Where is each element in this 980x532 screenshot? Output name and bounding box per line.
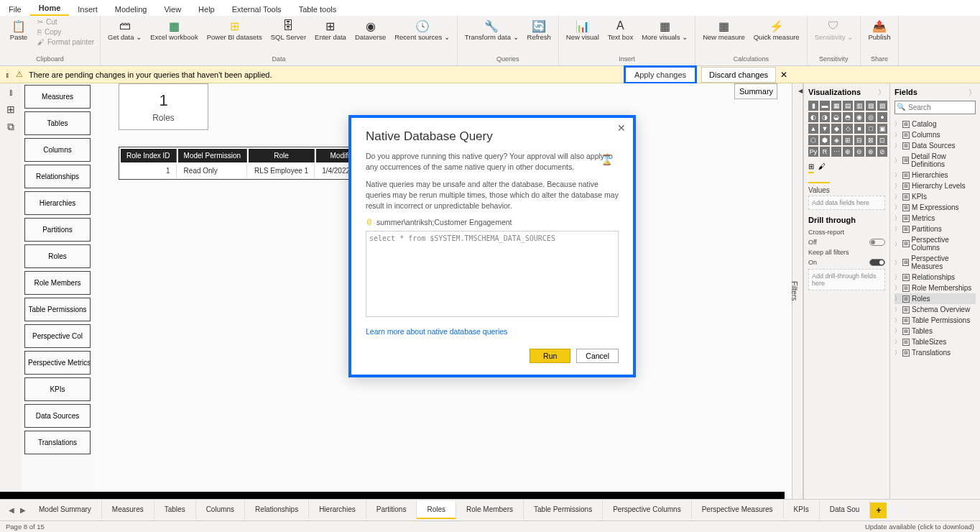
- cross-report-toggle[interactable]: [869, 239, 885, 246]
- data-view-icon[interactable]: ⊞: [6, 104, 15, 115]
- column-header[interactable]: Model Permission: [178, 149, 247, 162]
- discard-changes-button[interactable]: Discard changes: [701, 67, 776, 83]
- new-measure-button[interactable]: ▦New measure: [700, 17, 748, 42]
- visualization-type-icon[interactable]: ●: [877, 112, 887, 122]
- visualization-type-icon[interactable]: ▮: [808, 101, 818, 111]
- visualization-type-icon[interactable]: ▨: [877, 101, 887, 111]
- visualization-type-icon[interactable]: ◎: [866, 112, 876, 122]
- nav-button-measures[interactable]: Measures: [24, 85, 91, 109]
- refresh-button[interactable]: 🔄Refresh: [524, 17, 554, 42]
- column-header[interactable]: Role: [249, 149, 315, 162]
- collapse-fields-icon[interactable]: 〉: [969, 88, 976, 98]
- field-table-data-sources[interactable]: 〉⊞Data Sources: [895, 140, 976, 151]
- nav-button-perspective-col[interactable]: Perspective Col: [24, 324, 91, 348]
- nav-button-columns[interactable]: Columns: [24, 138, 91, 162]
- run-button[interactable]: Run: [530, 349, 570, 363]
- page-tab-hierarchies[interactable]: Hierarchies: [309, 501, 366, 519]
- field-table-kpis[interactable]: 〉⊞KPIs: [895, 191, 976, 202]
- learn-more-link[interactable]: Learn more about native database queries: [366, 327, 507, 336]
- ribbon-tab-external-tools[interactable]: External Tools: [223, 3, 290, 16]
- visualization-type-icon[interactable]: ⊡: [877, 135, 887, 145]
- visualization-type-icon[interactable]: ⬡: [808, 135, 818, 145]
- field-table-tables[interactable]: 〉⊞Tables: [895, 326, 976, 336]
- visualization-type-icon[interactable]: ■: [854, 124, 864, 134]
- nav-button-partitions[interactable]: Partitions: [24, 218, 91, 242]
- prev-page-icon[interactable]: ◀: [6, 506, 17, 514]
- page-tab-table-permissions[interactable]: Table Permissions: [524, 501, 603, 519]
- excel-button[interactable]: ▦Excel workbook: [147, 17, 201, 42]
- sensitivity-button[interactable]: 🛡Sensitivity ⌄: [812, 17, 856, 42]
- roles-table[interactable]: Role Index IDModel PermissionRoleModifie…: [119, 147, 379, 180]
- new-visual-button[interactable]: 📊New visual: [563, 17, 602, 42]
- visualization-type-icon[interactable]: ⊖: [854, 147, 864, 157]
- page-tab-tables[interactable]: Tables: [154, 501, 196, 519]
- visualization-type-icon[interactable]: ⊟: [854, 135, 864, 145]
- dialog-close-icon[interactable]: ✕: [617, 122, 626, 134]
- visualization-type-icon[interactable]: ▥: [854, 101, 864, 111]
- visualization-type-icon[interactable]: ⊞: [843, 135, 853, 145]
- visualization-type-icon[interactable]: ⋯: [831, 147, 841, 157]
- visualization-type-icon[interactable]: ⊘: [877, 147, 887, 157]
- nav-button-data-sources[interactable]: Data Sources: [24, 404, 91, 428]
- visualization-type-icon[interactable]: ⊗: [866, 147, 876, 157]
- transform-data-button[interactable]: 🔧Transform data ⌄: [462, 17, 522, 42]
- field-table-columns[interactable]: 〉⊞Columns: [895, 129, 976, 140]
- page-tab-measures[interactable]: Measures: [102, 501, 154, 519]
- field-table-perspective-measures[interactable]: 〉⊞Perspective Measures: [895, 253, 976, 272]
- nav-button-tables[interactable]: Tables: [24, 111, 91, 135]
- field-table-m-expressions[interactable]: 〉⊞M Expressions: [895, 202, 976, 213]
- nav-button-relationships[interactable]: Relationships: [24, 165, 91, 188]
- field-table-roles[interactable]: 〉⊞Roles: [895, 293, 976, 304]
- table-row[interactable]: 1Read OnlyRLS Employee 11/4/2022 10:29: [121, 164, 376, 178]
- visualization-type-icon[interactable]: ▧: [866, 101, 876, 111]
- fields-search-input[interactable]: [895, 101, 976, 114]
- page-tab-role-members[interactable]: Role Members: [456, 501, 524, 519]
- page-tab-data-sou[interactable]: Data Sou: [820, 501, 871, 519]
- column-header[interactable]: Role Index ID: [121, 149, 177, 162]
- copy-button[interactable]: ⎘Copy: [36, 27, 96, 37]
- visualization-type-icon[interactable]: ◐: [808, 112, 818, 122]
- fields-tab-icon[interactable]: ⊞: [808, 162, 814, 173]
- text-box-button[interactable]: AText box: [605, 17, 636, 42]
- cut-button[interactable]: ✂Cut: [36, 17, 96, 27]
- visualization-type-icon[interactable]: ◉: [854, 112, 864, 122]
- ribbon-tab-modeling[interactable]: Modeling: [106, 3, 156, 16]
- field-table-hierarchy-levels[interactable]: 〉⊞Hierarchy Levels: [895, 180, 976, 191]
- ribbon-tab-help[interactable]: Help: [190, 3, 223, 16]
- format-tab-icon[interactable]: 🖌: [818, 162, 826, 173]
- get-data-button[interactable]: 🗃Get data ⌄: [105, 17, 144, 42]
- field-table-schema-overview[interactable]: 〉⊞Schema Overview: [895, 304, 976, 315]
- visualization-type-icon[interactable]: ▬: [820, 101, 830, 111]
- page-tab-perspective-measures[interactable]: Perspective Measures: [692, 501, 784, 519]
- field-table-metrics[interactable]: 〉⊞Metrics: [895, 213, 976, 224]
- keep-filters-toggle[interactable]: [869, 259, 885, 266]
- ribbon-tab-view[interactable]: View: [155, 3, 190, 16]
- visualization-type-icon[interactable]: ▣: [877, 124, 887, 134]
- field-table-partitions[interactable]: 〉⊞Partitions: [895, 224, 976, 234]
- visualization-type-icon[interactable]: R: [820, 147, 830, 157]
- field-table-detail-row-definitions[interactable]: 〉⊞Detail Row Definitions: [895, 151, 976, 170]
- ribbon-tab-insert[interactable]: Insert: [69, 3, 106, 16]
- field-table-table-permissions[interactable]: 〉⊞Table Permissions: [895, 315, 976, 326]
- visualization-type-icon[interactable]: ◇: [843, 124, 853, 134]
- values-dropzone[interactable]: Add data fields here: [808, 196, 885, 210]
- field-table-role-memberships[interactable]: 〉⊞Role Memberships: [895, 283, 976, 293]
- dataverse-button[interactable]: ◉Dataverse: [352, 17, 389, 42]
- visualization-type-icon[interactable]: ◒: [831, 112, 841, 122]
- filters-pane-collapsed[interactable]: Filters: [792, 83, 803, 499]
- nav-button-role-members[interactable]: Role Members: [24, 271, 91, 295]
- model-view-icon[interactable]: ⧉: [7, 121, 14, 133]
- field-table-catalog[interactable]: 〉⊞Catalog: [895, 119, 976, 129]
- visualization-type-icon[interactable]: □: [866, 124, 876, 134]
- nav-button-perspective-metrics[interactable]: Perspective Metrics: [24, 351, 91, 375]
- apply-changes-button[interactable]: Apply changes: [624, 65, 697, 84]
- add-page-button[interactable]: +: [870, 503, 887, 518]
- paste-button[interactable]: 📋 Paste: [4, 17, 33, 42]
- visualization-type-icon[interactable]: ◆: [831, 124, 841, 134]
- next-page-icon[interactable]: ▶: [17, 506, 29, 514]
- nav-button-hierarchies[interactable]: Hierarchies: [24, 191, 91, 215]
- field-table-translations[interactable]: 〉⊞Translations: [895, 347, 976, 358]
- nav-button-kpis[interactable]: KPIs: [24, 377, 91, 401]
- visualization-type-icon[interactable]: ◈: [831, 135, 841, 145]
- summary-card[interactable]: Summary: [734, 83, 777, 99]
